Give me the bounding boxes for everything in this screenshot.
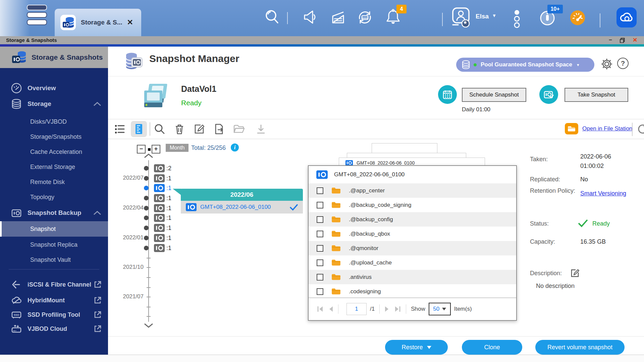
open-in-file-station-link[interactable]: Open in File Station <box>582 125 632 132</box>
folder-row[interactable]: .antivirus <box>309 270 516 284</box>
timeline-snapshot-row[interactable]: :1 <box>144 174 171 183</box>
folder-checkbox[interactable] <box>317 274 323 281</box>
sidebar-item-iscsi-fibre[interactable]: iSCSI & Fibre Channel <box>0 277 108 292</box>
user-name[interactable]: Elsa <box>476 13 489 20</box>
sidebar-item-storage[interactable]: Storage <box>0 96 108 112</box>
list-view-icon[interactable] <box>114 123 126 135</box>
search-icon[interactable] <box>264 8 281 25</box>
next-page-icon[interactable] <box>384 306 390 312</box>
toolbar-search-icon[interactable] <box>154 123 166 135</box>
restore-button[interactable]: Restore <box>385 340 448 355</box>
bubble-tail <box>173 189 181 196</box>
external-link-icon <box>93 310 102 319</box>
storage-snapshots-app-icon <box>60 14 76 31</box>
timeline-view-icon[interactable] <box>133 123 145 135</box>
timeline-dot <box>144 236 149 240</box>
folder-row[interactable]: .codesigning <box>309 284 516 299</box>
first-page-icon[interactable] <box>317 306 324 312</box>
timeline-snapshot-row[interactable]: :1 <box>144 243 171 253</box>
sidebar-item-ssd-profiling[interactable]: SSD SSD Profiling Tool <box>0 307 108 322</box>
folder-row[interactable]: .@qmonitor <box>309 241 516 255</box>
folder-row[interactable]: .@upload_cache <box>309 255 516 270</box>
sidebar-item-snapshot-backup[interactable]: Snapshot Backup <box>0 205 108 221</box>
timeline-snapshot-row-selected[interactable]: :1 <box>144 183 171 193</box>
folder-checkbox[interactable] <box>317 288 323 295</box>
file-station-icon[interactable] <box>565 123 578 135</box>
sync-devices-icon[interactable] <box>356 9 374 26</box>
timeline-snapshot-row[interactable]: :2 <box>144 164 171 173</box>
refresh-icon[interactable] <box>637 123 644 135</box>
browse-folder-icon[interactable] <box>233 123 245 135</box>
timeline-dot <box>144 196 149 200</box>
user-avatar[interactable]: ★ <box>451 7 472 29</box>
timeline-scroll-up-icon[interactable] <box>144 154 153 158</box>
page-size-select[interactable]: 50 <box>429 303 451 315</box>
bubble-snapshot-row[interactable]: GMT+08_2022-06-06_0100 <box>181 201 303 214</box>
folder-row[interactable]: .@backup_config <box>309 212 516 227</box>
sidebar-item-overview[interactable]: Overview <box>0 80 108 96</box>
page-number-input[interactable]: 1 <box>346 303 367 315</box>
tab-close-icon[interactable]: ✕ <box>127 18 133 27</box>
export-snapshot-icon[interactable] <box>213 123 225 135</box>
window-titlebar[interactable]: Storage & Snapshots – ✕ <box>0 36 644 44</box>
schedule-snapshot-icon-button[interactable] <box>438 85 457 104</box>
download-snapshot-icon[interactable] <box>255 123 267 135</box>
schedule-snapshot-label: Schedule Snapshot <box>469 92 519 98</box>
folder-checkbox[interactable] <box>317 245 323 252</box>
folder-name: .codesigning <box>349 288 381 295</box>
timeline-snapshot-row[interactable]: :1 <box>144 203 171 213</box>
timeline-scroll-down-icon[interactable] <box>144 323 153 328</box>
announcement-icon[interactable] <box>302 9 319 25</box>
timeline-snapshot-row[interactable]: :1 <box>144 193 171 203</box>
folder-checkbox[interactable] <box>317 216 323 223</box>
timeline-zoom-out-button[interactable]: − <box>137 145 146 154</box>
schedule-snapshot-button[interactable]: Schedule Snapshot <box>462 88 526 102</box>
folder-checkbox[interactable] <box>317 202 323 208</box>
edit-description-icon[interactable] <box>570 268 580 278</box>
maximize-window-icon[interactable] <box>620 38 625 43</box>
timeline-tick <box>147 287 151 288</box>
folder-checkbox[interactable] <box>317 259 323 266</box>
background-tasks-icon[interactable] <box>330 9 346 25</box>
folder-checkbox[interactable] <box>317 187 323 194</box>
snapshot-toolbar: Open in File Station <box>108 119 644 139</box>
status-check-icon <box>578 219 588 228</box>
delete-snapshot-icon[interactable] <box>173 123 185 135</box>
timeline-zoom-in-button[interactable]: + <box>152 145 160 154</box>
resource-monitor-icon[interactable] <box>570 10 586 26</box>
revert-volume-snapshot-button[interactable]: Revert volume snapshot <box>535 340 625 355</box>
chevron-up-icon[interactable] <box>93 210 101 215</box>
retention-policy-link[interactable]: Smart Versioning <box>580 190 626 197</box>
folder-row[interactable]: .@backup_qbox <box>309 227 516 241</box>
take-snapshot-icon-button[interactable] <box>539 85 558 104</box>
items-label: Item(s) <box>454 306 472 312</box>
pool-space-selector[interactable]: Pool Guaranteed Snapshot Space ▾ <box>456 58 594 72</box>
sidebar-item-label: VJBOD Cloud <box>28 325 67 333</box>
minimize-window-icon[interactable]: – <box>605 37 615 43</box>
external-link-icon <box>93 324 102 333</box>
timeline-snapshot-row[interactable]: :1 <box>144 223 171 233</box>
sidebar-item-hybridmount[interactable]: HybridMount <box>0 293 108 308</box>
folder-row[interactable]: .@backup_code_signing <box>309 198 516 212</box>
edit-snapshot-icon[interactable] <box>193 123 205 135</box>
folder-checkbox[interactable] <box>317 231 323 237</box>
timeline-dot <box>144 186 149 190</box>
app-tab-storage-snapshots[interactable]: Storage & S... ✕ <box>55 9 141 36</box>
timeline-snapshot-row[interactable]: :1 <box>144 213 171 223</box>
take-snapshot-button[interactable]: Take Snapshot <box>565 88 628 102</box>
settings-gear-icon[interactable] <box>600 58 613 70</box>
clone-button[interactable]: Clone <box>462 340 522 355</box>
chevron-up-icon[interactable] <box>93 102 101 106</box>
sidebar-item-vjbod-cloud[interactable]: VJBOD Cloud <box>0 321 108 337</box>
snapshot-chip-icon <box>316 170 328 179</box>
topbar-divider <box>600 13 600 27</box>
timeline-snapshot-row[interactable]: :1 <box>144 233 171 243</box>
folder-row[interactable]: .@app_center <box>309 183 516 198</box>
last-page-icon[interactable] <box>394 306 401 312</box>
help-icon[interactable]: ? <box>617 58 629 69</box>
info-icon[interactable]: i <box>231 143 239 152</box>
prev-page-icon[interactable] <box>328 306 333 312</box>
more-options-icon[interactable] <box>514 9 520 28</box>
myqnapcloud-icon[interactable] <box>616 7 637 27</box>
close-window-icon[interactable]: ✕ <box>630 37 640 44</box>
